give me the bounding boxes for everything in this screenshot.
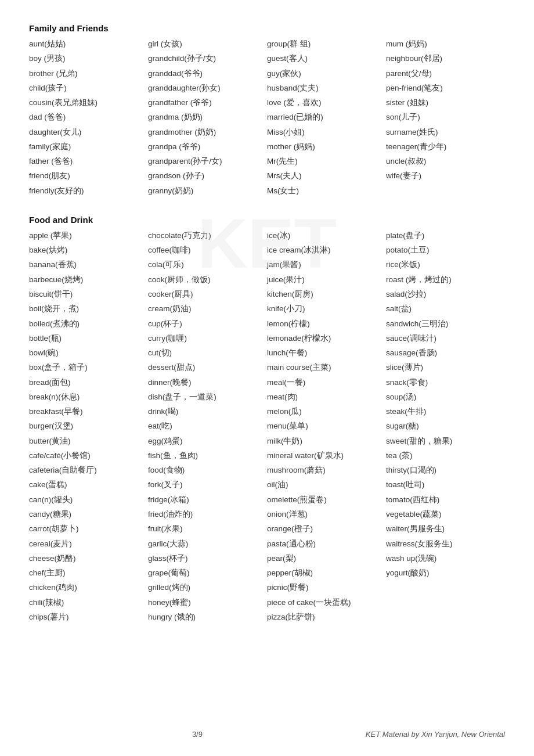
food-section: Food and Drink apple (苹果)bake(烘烤)banana(… <box>29 215 505 624</box>
word-item: friendly(友好的) <box>29 185 148 197</box>
word-item: friend(朋友) <box>29 170 148 182</box>
word-item: fork(叉子) <box>148 478 267 491</box>
word-item: oil(油) <box>267 478 386 491</box>
word-item: chocolate(巧克力) <box>148 229 267 242</box>
word-item: boil(烧开，煮) <box>29 303 148 315</box>
word-item: curry(咖喱) <box>148 332 267 345</box>
word-item: dessert(甜点) <box>148 361 267 374</box>
word-item: dish(盘子，一道菜) <box>148 391 267 404</box>
family-word-grid: aunt(姑姑)boy (男孩)brother (兄弟)child(孩子)cou… <box>29 38 505 197</box>
word-item: box(盒子，箱子) <box>29 361 148 374</box>
word-item: Mr(先生) <box>267 155 386 168</box>
word-item: grilled(烤的) <box>148 581 267 594</box>
word-item: boy (男孩) <box>29 52 148 65</box>
word-item: bottle(瓶) <box>29 332 148 345</box>
word-item: teenager(青少年) <box>386 141 505 153</box>
word-item: grandma (奶奶) <box>148 111 267 124</box>
word-item: salad(沙拉) <box>386 288 505 301</box>
word-item: apple (苹果) <box>29 229 148 242</box>
word-item: cut(切) <box>148 347 267 359</box>
word-item: grandpa (爷爷) <box>148 141 267 153</box>
family-col-2: girl (女孩)grandchild(孙子/女)granddad(爷爷)gra… <box>148 38 267 197</box>
word-item: butter(黄油) <box>29 435 148 448</box>
word-item: eat(吃) <box>148 420 267 433</box>
word-item: vegetable(蔬菜) <box>386 508 505 521</box>
word-item: fried(油炸的) <box>148 508 267 521</box>
word-item: steak(牛排) <box>386 405 505 418</box>
footer: 3/9 KET Material by Xin Yanjun, New Orie… <box>0 730 534 739</box>
word-item: soup(汤) <box>386 391 505 404</box>
word-item: tea (茶) <box>386 449 505 462</box>
word-item: Miss(小姐) <box>267 126 386 139</box>
family-col-4: mum (妈妈)neighbour(邻居)parent(父/母)pen-frie… <box>386 38 505 197</box>
word-item: cup(杯子) <box>148 318 267 330</box>
word-item: carrot(胡萝卜) <box>29 523 148 535</box>
word-item: father (爸爸) <box>29 155 148 168</box>
word-item: cereal(麦片) <box>29 538 148 550</box>
food-col-1: apple (苹果)bake(烘烤)banana(香蕉)barbecue(烧烤)… <box>29 229 148 624</box>
word-item: knife(小刀) <box>267 303 386 315</box>
word-item: dinner(晚餐) <box>148 376 267 389</box>
food-word-grid: apple (苹果)bake(烘烤)banana(香蕉)barbecue(烧烤)… <box>29 229 505 624</box>
word-item: sauce(调味汁) <box>386 332 505 345</box>
word-item: omelette(煎蛋卷) <box>267 494 386 506</box>
word-item: juice(果汁) <box>267 273 386 286</box>
word-item: group(群 组) <box>267 38 386 51</box>
word-item: potato(土豆) <box>386 244 505 257</box>
family-section: Family and Friends aunt(姑姑)boy (男孩)broth… <box>29 23 505 197</box>
family-col-3: group(群 组)guest(客人)guy(家伙)husband(丈夫)lov… <box>267 38 386 197</box>
word-item: cafe/café(小餐馆) <box>29 449 148 462</box>
word-item: orange(橙子) <box>267 523 386 535</box>
word-item: cake(蛋糕) <box>29 478 148 491</box>
word-item: slice(薄片) <box>386 361 505 374</box>
word-item: wife(妻子) <box>386 170 505 182</box>
word-item: sausage(香肠) <box>386 347 505 359</box>
word-item: milk(牛奶) <box>267 435 386 448</box>
word-item: food(食物) <box>148 464 267 477</box>
word-item: meal(一餐) <box>267 376 386 389</box>
word-item: banana(香蕉) <box>29 258 148 271</box>
footer-page: 3/9 <box>29 730 366 739</box>
word-item: mineral water(矿泉水) <box>267 449 386 462</box>
word-item: surname(姓氏) <box>386 126 505 139</box>
word-item: waiter(男服务生) <box>386 523 505 535</box>
word-item: cooker(厨具) <box>148 288 267 301</box>
word-item: onion(洋葱) <box>267 508 386 521</box>
word-item: melon(瓜) <box>267 405 386 418</box>
word-item: rice(米饭) <box>386 258 505 271</box>
word-item: guest(客人) <box>267 52 386 65</box>
word-item: dad (爸爸) <box>29 111 148 124</box>
word-item: sister (姐妹) <box>386 96 505 109</box>
word-item: neighbour(邻居) <box>386 52 505 65</box>
word-item: Mrs(夫人) <box>267 170 386 182</box>
word-item: chef(主厨) <box>29 567 148 579</box>
word-item: family(家庭) <box>29 141 148 153</box>
word-item: fridge(冰箱) <box>148 494 267 506</box>
word-item: honey(蜂蜜) <box>148 596 267 609</box>
word-item: grandfather (爷爷) <box>148 96 267 109</box>
food-col-2: chocolate(巧克力)coffee(咖啡)cola(可乐)cook(厨师，… <box>148 229 267 624</box>
word-item: salt(盐) <box>386 303 505 315</box>
word-item: chicken(鸡肉) <box>29 581 148 594</box>
word-item: waitress(女服务生) <box>386 538 505 550</box>
word-item: cheese(奶酪) <box>29 552 148 565</box>
word-item: love (爱，喜欢) <box>267 96 386 109</box>
word-item: child(孩子) <box>29 82 148 95</box>
word-item: egg(鸡蛋) <box>148 435 267 448</box>
word-item: cream(奶油) <box>148 303 267 315</box>
food-col-3: ice(冰)ice cream(冰淇淋)jam(果酱)juice(果汁)kitc… <box>267 229 386 624</box>
word-item: granddaughter(孙女) <box>148 82 267 95</box>
word-item: pear(梨) <box>267 552 386 565</box>
word-item: tomato(西红柿) <box>386 494 505 506</box>
word-item: wash up(洗碗) <box>386 552 505 565</box>
word-item: granddad(爷爷) <box>148 67 267 80</box>
word-item: mushroom(蘑菇) <box>267 464 386 477</box>
family-section-title: Family and Friends <box>29 23 505 33</box>
word-item: drink(喝) <box>148 405 267 418</box>
word-item: lemonade(柠檬水) <box>267 332 386 345</box>
word-item: uncle(叔叔) <box>386 155 505 168</box>
word-item: daughter(女儿) <box>29 126 148 139</box>
word-item: fruit(水果) <box>148 523 267 535</box>
word-item: husband(丈夫) <box>267 82 386 95</box>
word-item: chips(薯片) <box>29 611 148 624</box>
